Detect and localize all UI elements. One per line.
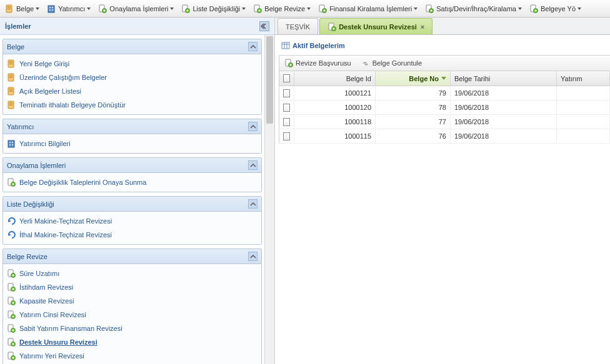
grid-header-belgeno[interactable]: Belge No — [376, 71, 451, 86]
table-row[interactable]: 10001207819/06/2018 — [279, 101, 610, 115]
nav-item[interactable]: Destek Unsuru Revizesi — [3, 335, 261, 349]
grid-header-tarih[interactable]: Belge Tarihi — [451, 71, 557, 86]
row-checkbox[interactable] — [279, 129, 294, 143]
tab[interactable]: TEŞVİK — [278, 18, 318, 34]
table-row[interactable]: 10001187719/06/2018 — [279, 115, 610, 129]
scrollbar[interactable] — [264, 35, 274, 364]
grid-header-yatirim[interactable]: Yatırım — [557, 71, 610, 86]
toolbar-item[interactable]: Yatırımcı — [43, 1, 94, 17]
building-icon — [7, 139, 16, 148]
grid-icon — [281, 41, 290, 50]
toolbar-item[interactable]: Belge Revize — [249, 1, 314, 17]
toolbar-item[interactable]: Belge — [1, 1, 43, 17]
panel-header[interactable]: Liste Değişikliği — [3, 197, 261, 212]
nav-item[interactable]: Üzerinde Çalıştığım Belgeler — [3, 71, 261, 84]
cell-belgeid: 1000118 — [294, 115, 376, 129]
panel: Liste DeğişikliğiYerli Makine-Teçhizat R… — [2, 196, 262, 245]
panel-title: Belge — [7, 43, 24, 51]
row-checkbox[interactable] — [279, 115, 294, 129]
panel: BelgeYeni Belge GirişiÜzerinde Çalıştığı… — [2, 39, 262, 115]
grid-header-belgeid[interactable]: Belge Id — [294, 71, 376, 86]
chevron-down-icon — [87, 7, 91, 10]
nav-item-label: İstihdam Revizesi — [19, 283, 73, 291]
checkbox-icon — [283, 104, 290, 112]
nav-item[interactable]: Açık Belgeler Listesi — [3, 84, 261, 98]
doc-green-icon — [253, 4, 262, 13]
content-header: Aktif Belgelerim — [279, 39, 610, 55]
nav-item[interactable]: Yerli Makine-Teçhizat Revizesi — [3, 214, 261, 228]
top-toolbar: BelgeYatırımcıOnaylama İşlemleriListe De… — [0, 0, 610, 17]
panel-header[interactable]: Belge Revize — [3, 249, 261, 264]
sidebar-collapse-button[interactable] — [259, 21, 269, 31]
toolbar-item[interactable]: Satış/Devir/İhraç/Kiralama — [421, 1, 526, 17]
document-icon — [5, 4, 14, 13]
nav-item-label: Yatırım Cinsi Revizesi — [19, 311, 86, 318]
chevron-down-icon — [170, 7, 174, 10]
cell-tarih: 19/06/2018 — [451, 129, 557, 143]
nav-item[interactable]: Yatırımı Yeri Revizesi — [3, 349, 261, 363]
nav-item[interactable]: Yeni Belge Girişi — [3, 57, 261, 71]
nav-item[interactable]: Kapasite Revizesi — [3, 294, 261, 308]
sidebar-title: İşlemler — [5, 22, 31, 30]
toolbar-item[interactable]: Belgeye Yö — [526, 1, 585, 17]
panel: Onaylama İşlemleriBelge Değişiklik Talep… — [2, 157, 262, 192]
content-toolbar-item[interactable]: Revize Başvurusu — [279, 56, 356, 71]
nav-item-label: Üzerinde Çalıştığım Belgeler — [19, 74, 107, 81]
toolbar-item[interactable]: Liste Değişikliği — [178, 1, 249, 17]
toolbar-item[interactable]: Finansal Kiralama İşlemleri — [314, 1, 421, 17]
nav-item[interactable]: Süre Uzatımı — [3, 267, 261, 280]
toolbar-label: Belgeye Yö — [541, 5, 576, 12]
panel-header[interactable]: Onaylama İşlemleri — [3, 158, 261, 173]
content-toolbar-label: Revize Başvurusu — [296, 59, 351, 67]
doc-green-icon — [7, 178, 16, 187]
content: Aktif Belgelerim Revize BaşvurusuBelge G… — [275, 35, 610, 364]
nav-item[interactable]: Yatırım Cinsi Revizesi — [3, 308, 261, 322]
toolbar-label: Belge — [16, 5, 34, 12]
tab[interactable]: Destek Unsuru Revizesi× — [319, 18, 432, 34]
nav-item[interactable]: Yatırımcı Bilgileri — [3, 137, 261, 150]
panel-header[interactable]: Yatırımcı — [3, 119, 261, 134]
panel-title: Onaylama İşlemleri — [7, 162, 66, 169]
tabstrip: TEŞVİKDestek Unsuru Revizesi× — [275, 17, 610, 35]
scroll-thumb[interactable] — [266, 36, 273, 124]
cell-belgeno: 76 — [376, 129, 451, 143]
cell-yatirim — [557, 115, 610, 129]
checkbox-icon — [283, 74, 290, 82]
row-checkbox[interactable] — [279, 86, 294, 100]
document-icon — [7, 87, 16, 96]
doc-green-icon — [7, 352, 16, 360]
nav-item-label: Sabit Yatırım Finansman Revizesi — [19, 325, 122, 332]
nav-item-label: İthal Makine-Teçhizat Revizesi — [19, 231, 112, 239]
panel-collapse-button[interactable] — [248, 160, 258, 170]
nav-item[interactable]: Belge Değişiklik Taleplerini Onaya Sunma — [3, 175, 261, 189]
chain-icon — [361, 59, 370, 67]
panel-body: Belge Değişiklik Taleplerini Onaya Sunma — [3, 173, 261, 192]
table-row[interactable]: 10001217919/06/2018 — [279, 86, 610, 101]
toolbar-label: Onaylama İşlemleri — [109, 5, 168, 12]
panel-header[interactable]: Belge — [3, 39, 261, 54]
nav-item[interactable]: Sabit Yatırım Finansman Revizesi — [3, 322, 261, 335]
cell-belgeno: 77 — [376, 115, 451, 129]
panel-collapse-button[interactable] — [248, 199, 258, 209]
nav-item[interactable]: İthal Makine-Teçhizat Revizesi — [3, 228, 261, 242]
panel-collapse-button[interactable] — [248, 122, 258, 131]
cell-belgeno: 79 — [376, 86, 451, 100]
toolbar-item[interactable]: Onaylama İşlemleri — [94, 1, 178, 17]
row-checkbox[interactable] — [279, 101, 294, 114]
nav-item[interactable]: İstihdam Revizesi — [3, 280, 261, 294]
grid-header-checkbox[interactable] — [279, 71, 294, 86]
content-toolbar-item[interactable]: Belge Goruntule — [356, 56, 428, 71]
nav-item[interactable]: Teminatlı ithalatı Belgeye Dönüştür — [3, 98, 261, 112]
content-toolbar: Revize BaşvurusuBelge Goruntule — [279, 55, 610, 71]
panel-collapse-button[interactable] — [248, 42, 258, 51]
table-row[interactable]: 10001157619/06/2018 — [279, 129, 610, 144]
doc-green-icon — [7, 269, 16, 278]
close-icon[interactable]: × — [421, 23, 424, 31]
document-icon — [7, 59, 16, 68]
sidebar: İşlemler BelgeYeni Belge GirişiÜzerinde … — [0, 17, 275, 364]
content-title: Aktif Belgelerim — [292, 42, 345, 49]
panel-collapse-button[interactable] — [248, 252, 258, 261]
sidebar-body: BelgeYeni Belge GirişiÜzerinde Çalıştığı… — [0, 35, 274, 364]
tab-label: Destek Unsuru Revizesi — [339, 23, 417, 31]
panel-title: Liste Değişikliği — [7, 200, 54, 208]
